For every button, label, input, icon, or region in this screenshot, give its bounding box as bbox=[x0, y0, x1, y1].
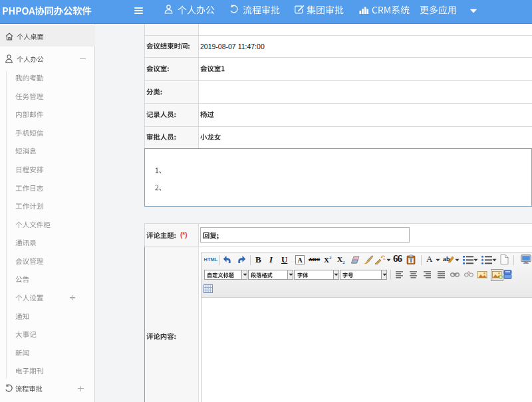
svg-text:T: T bbox=[409, 258, 412, 264]
svg-text:A: A bbox=[297, 256, 303, 264]
